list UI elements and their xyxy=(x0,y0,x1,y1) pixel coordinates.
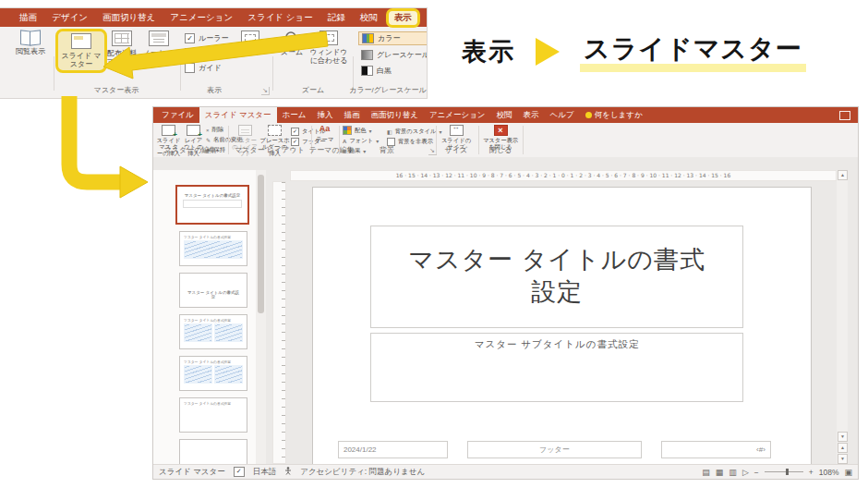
window-tab-5[interactable]: 描画 xyxy=(338,107,365,123)
slideshow-icon[interactable]: ▷ xyxy=(742,468,749,477)
color-mode-icon xyxy=(361,66,373,76)
mini-tab-4[interactable]: アニメーション xyxy=(163,9,239,27)
thumbnail-scrollbar[interactable] xyxy=(256,170,266,464)
group-master-views-label: マスター表示 xyxy=(54,85,179,95)
ribbon-display-options-icon[interactable] xyxy=(839,111,850,120)
title-placeholder[interactable]: マスター タイトルの書式 設定 xyxy=(370,226,743,328)
reading-view-button[interactable]: 閲覧表示 xyxy=(9,30,52,55)
window-tab-6[interactable]: 画面切り替え xyxy=(365,107,423,123)
zoom-slider[interactable] xyxy=(765,471,803,472)
scroll-down-icon[interactable]: ▼ xyxy=(838,432,848,442)
window-tab-1[interactable]: ファイル xyxy=(156,107,199,123)
spell-check-icon[interactable]: ✓ xyxy=(234,467,245,477)
callout: 表示 スライドマスター xyxy=(462,26,859,78)
zoom-in-icon[interactable]: + xyxy=(809,468,814,477)
slide-thumbnail-6[interactable]: マスター タイトルの書式設定 xyxy=(179,397,247,433)
group-zoom-label: ズーム xyxy=(275,85,351,95)
vertical-scrollbar[interactable]: ▲ ▼ ▲ ▼ xyxy=(837,170,848,464)
window-tab-3[interactable]: ホーム xyxy=(277,107,312,123)
notes-master-icon xyxy=(149,30,169,46)
window-tab-2[interactable]: スライド マスター xyxy=(199,107,277,123)
show-dialog-launcher[interactable]: ↘ xyxy=(261,87,270,95)
fit-slide-icon[interactable]: ▣ xyxy=(844,468,852,477)
handout-master-button[interactable]: 配布資料 マスター xyxy=(103,30,140,66)
mini-tab-6[interactable]: 記録 xyxy=(321,9,352,27)
notes-button[interactable]: ノート xyxy=(236,30,264,56)
thumbnail-panel: マスター タイトルの書式設定マスター タイトルの書式設定マスター タイトルの書式… xyxy=(153,170,257,464)
slide-thumbnail-1[interactable]: マスター タイトルの書式設定 xyxy=(175,185,249,225)
window-tab-9[interactable]: 表示 xyxy=(518,107,545,123)
notes-master-button[interactable]: ノート マスター xyxy=(141,30,176,66)
mini-tab-8[interactable]: 表示 xyxy=(386,8,420,28)
slide-thumbnail-7[interactable] xyxy=(179,439,247,464)
status-accessibility[interactable]: アクセシビリティ: 問題ありません xyxy=(300,467,425,478)
zoom-button[interactable]: ズーム xyxy=(277,30,307,56)
show-checkbox-3[interactable]: ガイド xyxy=(185,63,236,73)
slide-thumbnail-2[interactable]: マスター タイトルの書式設定 xyxy=(179,231,247,266)
zoom-percent[interactable]: 108% xyxy=(819,468,839,477)
insert-slide-master-icon xyxy=(162,125,175,136)
horizontal-ruler: 16 · 15 · 14 · 13 · 12 · 11 · 10 · 9 · 8… xyxy=(290,170,837,181)
show-checkbox-list: ✓ルーラーグリッド線ガイド xyxy=(185,33,236,78)
checkbox-icon xyxy=(185,48,195,58)
mini-tab-2[interactable]: デザイン xyxy=(45,9,94,27)
color-mode-1[interactable]: カラー xyxy=(358,31,428,45)
notes-master-label: ノート マスター xyxy=(141,49,176,66)
fonts-icon: A xyxy=(343,139,346,144)
fonts-label: フォント xyxy=(349,137,373,145)
mini-tab-3[interactable]: 画面切り替え xyxy=(96,9,162,27)
zoom-out-icon[interactable]: − xyxy=(754,468,759,477)
colors-button[interactable]: 配色▾ xyxy=(343,126,379,135)
reading-view-icon xyxy=(20,30,41,44)
notes-icon xyxy=(241,30,259,45)
delete-icon: × xyxy=(206,128,210,133)
window-tab-4[interactable]: 挿入 xyxy=(311,107,338,123)
next-slide-icon[interactable]: ▼ xyxy=(838,454,848,464)
show-checkbox-1[interactable]: ✓ルーラー xyxy=(185,33,236,43)
group-size-label: サイズ xyxy=(436,145,476,155)
mini-tab-5[interactable]: スライド ショー xyxy=(241,9,319,27)
fonts-button[interactable]: Aフォント▾ xyxy=(343,137,379,145)
normal-view-icon[interactable]: ▤ xyxy=(702,468,710,477)
themes-button[interactable]: Aa テーマ xyxy=(314,125,335,143)
subtitle-placeholder[interactable]: マスター サブタイトルの書式設定 xyxy=(370,333,743,402)
slide-sorter-icon[interactable]: ▦ xyxy=(716,468,724,477)
group-color-label: カラー/グレースケール xyxy=(349,85,427,95)
slide-thumbnail-5[interactable]: マスター タイトルの書式設定 xyxy=(179,356,247,391)
group-background-label: 背景 xyxy=(343,145,431,155)
reading-view-icon-status[interactable]: ▥ xyxy=(729,468,737,477)
footer-placeholder[interactable]: フッター xyxy=(467,441,642,459)
window-tab-10[interactable]: ヘルプ xyxy=(545,107,580,123)
fit-to-window-button[interactable]: ウィンドウ に合わせる xyxy=(308,30,349,65)
previous-slide-icon[interactable]: ▲ xyxy=(838,443,848,453)
mini-tab-7[interactable]: 校閲 xyxy=(354,9,384,27)
window-content: マスター タイトルの書式設定マスター タイトルの書式設定マスター タイトルの書式… xyxy=(153,157,858,464)
color-mode-3[interactable]: 白黒 xyxy=(358,65,428,77)
zoom-label: ズーム xyxy=(281,48,303,56)
date-placeholder[interactable]: 2024/1/22 xyxy=(338,441,448,459)
background-styles-button[interactable]: ◧背景のスタイル▾ xyxy=(387,128,442,136)
master-subtitle: マスター サブタイトルの書式設定 xyxy=(475,338,640,349)
slide-thumbnail-3[interactable]: マスター タイトルの書式設定 xyxy=(179,273,247,308)
accessibility-icon xyxy=(284,467,292,477)
powerpoint-window: ファイルスライド マスターホーム挿入描画画面切り替えアニメーション校閲表示ヘルプ… xyxy=(152,106,859,480)
window-ribbon-tabs: ファイルスライド マスターホーム挿入描画画面切り替えアニメーション校閲表示ヘルプ… xyxy=(153,107,858,123)
mini-tab-1[interactable]: 描画 xyxy=(13,9,43,27)
mini-ribbon-tabs: 描画デザイン画面切り替えアニメーションスライド ショー記録校閲表示ヘルプ♀ xyxy=(0,8,427,27)
scroll-up-icon[interactable]: ▲ xyxy=(838,170,848,180)
status-language[interactable]: 日本語 xyxy=(253,467,277,478)
slide-master-button[interactable]: スライド マスター xyxy=(55,29,107,73)
tell-me-box[interactable]: 何をしますか xyxy=(580,107,648,123)
group-master-layout-label: マスター レイアウト xyxy=(229,145,310,155)
master-slide[interactable]: マスター タイトルの書式 設定 マスター サブタイトルの書式設定 2024/1/… xyxy=(312,187,812,467)
vertical-ruler xyxy=(272,181,286,464)
color-mode-2[interactable]: グレースケール xyxy=(358,49,428,61)
fit-to-window-icon xyxy=(319,30,338,45)
date-text: 2024/1/22 xyxy=(344,445,377,454)
window-tab-8[interactable]: 校閲 xyxy=(491,107,518,123)
slide-number-placeholder[interactable]: ‹#› xyxy=(661,441,771,459)
window-tab-7[interactable]: アニメーション xyxy=(424,107,491,123)
mini-tab-9[interactable]: ヘルプ xyxy=(422,9,428,27)
slide-thumbnail-4[interactable]: マスター タイトルの書式設定 xyxy=(179,314,247,349)
show-checkbox-2[interactable]: グリッド線 xyxy=(185,48,236,58)
